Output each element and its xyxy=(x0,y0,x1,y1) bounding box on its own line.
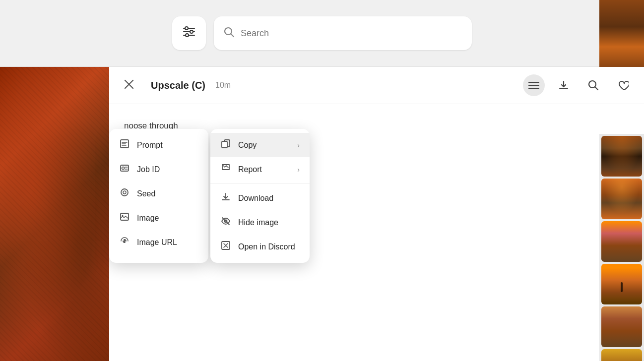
menu-item-hideimage[interactable]: Hide image xyxy=(210,210,310,235)
menu-item-label: Prompt xyxy=(137,141,163,150)
menu-item-label: Image xyxy=(137,214,159,223)
svg-line-14 xyxy=(595,87,598,90)
copy-icon xyxy=(220,139,231,151)
download-button[interactable] xyxy=(553,74,575,96)
primary-context-menu: Prompt Job ID Seed xyxy=(109,129,208,263)
thumbnail-item[interactable] xyxy=(601,264,642,304)
menu-item-prompt[interactable]: Prompt xyxy=(109,133,208,157)
svg-point-24 xyxy=(123,191,126,194)
close-icon xyxy=(124,79,134,92)
thumbnail-item[interactable] xyxy=(601,136,642,177)
toolbar: Upscale (C) 10m xyxy=(109,67,644,104)
favorite-button[interactable] xyxy=(612,74,634,96)
svg-line-7 xyxy=(231,34,234,37)
hideimage-icon xyxy=(220,216,231,229)
svg-point-3 xyxy=(185,27,188,30)
menu-item-label: Copy xyxy=(238,141,257,150)
main-area: Upscale (C) 10m xyxy=(0,67,644,361)
search-input[interactable] xyxy=(241,28,462,39)
menu-item-imageurl[interactable]: Image URL xyxy=(109,230,208,254)
menu-item-label: Image URL xyxy=(137,238,177,247)
prompt-icon xyxy=(119,139,130,151)
menu-item-label: Download xyxy=(238,194,273,203)
menu-item-label: Open in Discord xyxy=(238,242,295,251)
svg-point-26 xyxy=(122,215,124,217)
search-button[interactable] xyxy=(582,74,604,96)
secondary-context-menu: Copy › Report › Download xyxy=(210,129,310,263)
svg-point-4 xyxy=(190,30,193,33)
menu-item-jobid[interactable]: Job ID xyxy=(109,157,208,181)
menu-divider xyxy=(210,183,310,184)
report-icon xyxy=(220,163,231,176)
header xyxy=(0,0,644,67)
discord-icon xyxy=(220,241,231,253)
menu-item-label: Seed xyxy=(137,189,155,198)
search-icon xyxy=(224,27,235,40)
seed-icon xyxy=(119,187,130,200)
thumbnail-strip xyxy=(599,134,644,361)
svg-point-5 xyxy=(186,34,189,37)
arrow-icon: › xyxy=(297,141,300,149)
close-button[interactable] xyxy=(119,75,139,95)
menu-item-label: Report xyxy=(238,165,262,174)
menu-item-discord[interactable]: Open in Discord xyxy=(210,235,310,259)
svg-point-20 xyxy=(122,167,125,170)
main-image xyxy=(0,67,109,361)
download-icon xyxy=(220,192,231,204)
filter-button[interactable] xyxy=(172,16,206,50)
svg-rect-29 xyxy=(222,141,227,148)
thumbnail-item[interactable] xyxy=(601,306,642,347)
thumbnail-item[interactable] xyxy=(601,221,642,262)
menu-item-report[interactable]: Report › xyxy=(210,157,310,181)
imageurl-icon xyxy=(119,236,130,248)
svg-point-23 xyxy=(121,189,128,196)
menu-item-copy[interactable]: Copy › xyxy=(210,133,310,157)
thumbnail-item[interactable] xyxy=(601,179,642,219)
search-bar[interactable] xyxy=(214,16,472,50)
filter-icon xyxy=(183,26,195,40)
menu-item-image[interactable]: Image xyxy=(109,206,208,230)
menu-item-label: Hide image xyxy=(238,218,278,227)
menu-button[interactable] xyxy=(523,74,545,96)
context-menu-wrapper: Prompt Job ID Seed xyxy=(109,129,310,263)
arrow-icon: › xyxy=(297,166,300,174)
svg-point-27 xyxy=(124,240,126,242)
main-image-area xyxy=(0,67,109,361)
top-right-thumbnail xyxy=(599,0,644,67)
image-icon xyxy=(119,212,130,224)
upscale-label: Upscale (C) xyxy=(151,80,205,91)
menu-item-seed[interactable]: Seed xyxy=(109,181,208,206)
menu-item-label: Job ID xyxy=(137,165,160,174)
thumbnail-item-partial[interactable] xyxy=(601,349,642,361)
thumbnail-image xyxy=(599,0,644,67)
time-badge: 10m xyxy=(215,81,231,90)
jobid-icon xyxy=(119,163,130,176)
menu-item-download[interactable]: Download xyxy=(210,186,310,210)
